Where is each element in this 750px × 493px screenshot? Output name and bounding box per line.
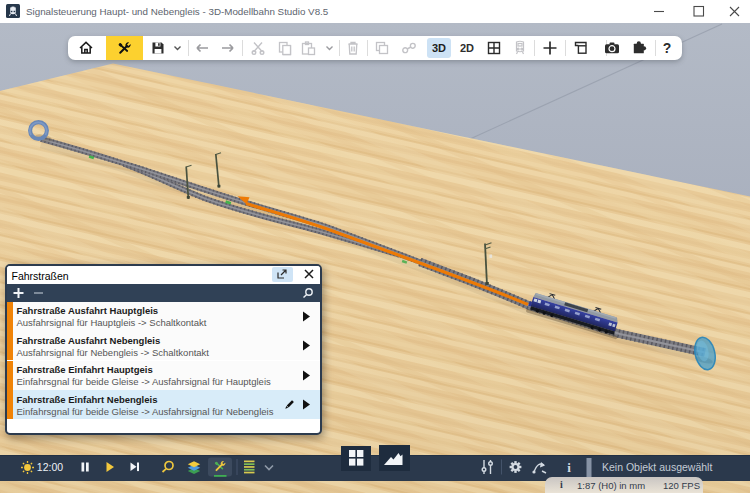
svg-text:12:00: 12:00 — [37, 461, 63, 473]
svg-text:i: i — [567, 460, 571, 475]
svg-text:Kein Objekt ausgewählt: Kein Objekt ausgewählt — [602, 461, 712, 473]
svg-text:?: ? — [663, 40, 672, 56]
